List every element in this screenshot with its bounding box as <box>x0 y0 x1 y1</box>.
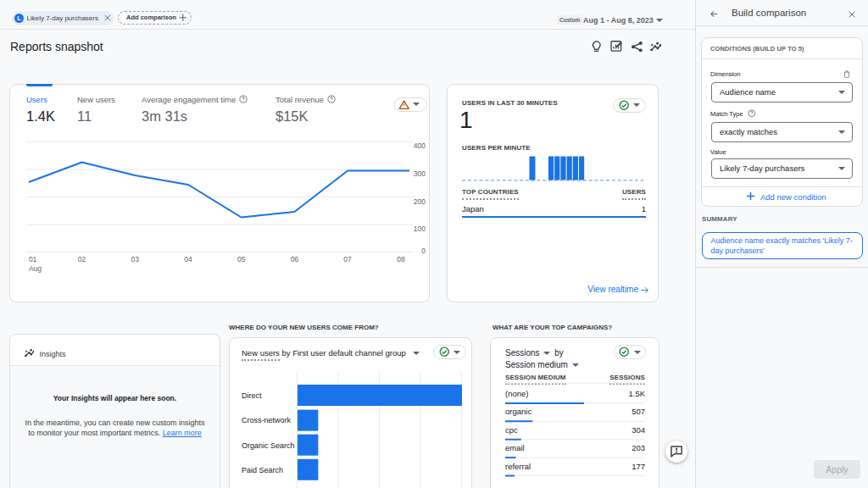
svg-text:100: 100 <box>414 225 426 233</box>
svg-text:referral: referral <box>505 462 531 471</box>
svg-text:Aug: Aug <box>29 264 42 273</box>
svg-text:02: 02 <box>78 255 86 263</box>
svg-text:organic: organic <box>505 407 531 416</box>
svg-text:203: 203 <box>632 443 645 452</box>
svg-text:Direct: Direct <box>242 391 262 400</box>
svg-text:(none): (none) <box>505 389 528 398</box>
svg-text:06: 06 <box>291 255 299 263</box>
svg-text:cpc: cpc <box>505 425 518 435</box>
svg-text:Organic Search: Organic Search <box>242 441 295 450</box>
svg-text:0: 0 <box>421 247 426 255</box>
svg-text:04: 04 <box>184 255 192 263</box>
svg-text:400: 400 <box>414 141 426 150</box>
svg-text:05: 05 <box>237 255 246 263</box>
svg-text:08: 08 <box>397 255 405 263</box>
svg-text:200: 200 <box>414 197 426 206</box>
svg-text:1.5K: 1.5K <box>628 389 645 398</box>
svg-text:07: 07 <box>343 255 352 263</box>
svg-text:email: email <box>505 443 525 452</box>
svg-text:177: 177 <box>632 462 645 471</box>
svg-text:01: 01 <box>29 255 37 263</box>
svg-text:Cross-network: Cross-network <box>242 416 292 424</box>
svg-text:300: 300 <box>414 169 426 178</box>
svg-text:304: 304 <box>632 425 645 435</box>
svg-text:507: 507 <box>632 407 645 416</box>
svg-text:Paid Search: Paid Search <box>242 466 283 474</box>
svg-text:03: 03 <box>131 255 140 263</box>
